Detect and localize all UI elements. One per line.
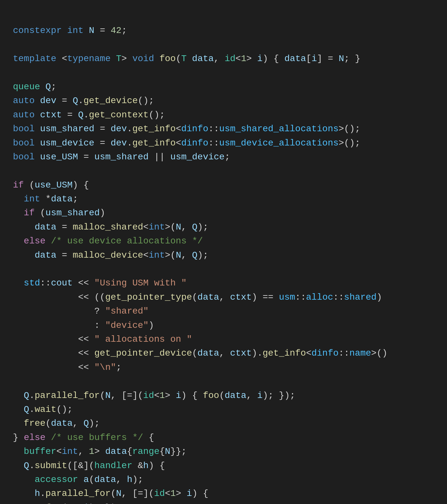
code-editor: constexpr int N = 42; template <typename… bbox=[13, 10, 434, 504]
